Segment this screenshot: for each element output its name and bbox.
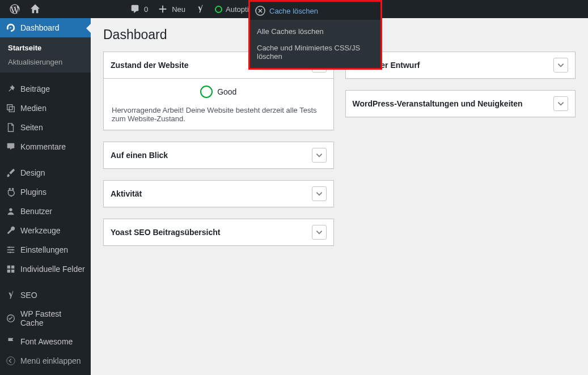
health-description: Hervorragende Arbeit! Deine Website best… — [112, 106, 325, 123]
sidebar-item-custom-fields[interactable]: Individuelle Felder — [0, 259, 91, 279]
svg-rect-7 — [7, 270, 10, 272]
widget-toggle[interactable] — [312, 225, 327, 240]
svg-point-2 — [9, 246, 10, 248]
sidebar-item-posts[interactable]: Beiträge — [0, 79, 91, 99]
wrench-icon — [6, 225, 16, 236]
sidebar-item-fontawesome[interactable]: Font Awesome — [0, 332, 91, 351]
site-home-link[interactable] — [25, 0, 45, 18]
svg-point-4 — [10, 252, 11, 253]
new-label: Neu — [172, 5, 185, 14]
comments-count: 0 — [144, 5, 148, 14]
svg-point-1 — [9, 208, 12, 211]
widget-header[interactable]: Auf einen Blick — [104, 142, 333, 168]
cache-item-all[interactable]: Alle Caches löschen — [250, 23, 380, 40]
sidebar-item-seo[interactable]: SEO — [0, 285, 91, 305]
wp-logo-menu[interactable] — [5, 0, 25, 18]
sidebar-item-wpfc[interactable]: WP Fastest Cache — [0, 305, 91, 332]
sidebar-item-dashboard[interactable]: Dashboard — [0, 18, 91, 37]
home-icon — [29, 3, 41, 15]
wordpress-icon — [9, 3, 20, 15]
widget-title: Zustand der Website — [111, 61, 188, 70]
sidebar-label: Menü einklappen — [20, 356, 81, 365]
sidebar-item-comments[interactable]: Kommentare — [0, 137, 91, 156]
pin-icon — [6, 84, 16, 94]
chevron-down-icon — [315, 228, 323, 236]
widget-toggle[interactable] — [312, 148, 327, 163]
grid-icon — [6, 264, 16, 274]
comments-link[interactable]: 0 — [125, 0, 153, 18]
sidebar-label: Benutzer — [20, 207, 52, 216]
sidebar-collapse-toggle[interactable]: Menü einklappen — [0, 351, 91, 370]
widget-toggle[interactable] — [553, 96, 568, 111]
yoast-icon — [194, 3, 206, 15]
svg-rect-6 — [11, 266, 14, 269]
submenu-item-updates[interactable]: Aktualisierungen — [0, 55, 91, 69]
sidebar-label: Beiträge — [20, 84, 50, 93]
svg-point-3 — [11, 249, 13, 251]
sidebar-item-tools[interactable]: Werkzeuge — [0, 221, 91, 240]
widget-title: Yoast SEO Beitragsübersicht — [111, 228, 220, 237]
sidebar-label: Einstellungen — [20, 245, 68, 254]
sidebar-item-plugins[interactable]: Plugins — [0, 182, 91, 202]
widget-header[interactable]: WordPress-Veranstaltungen und Neuigkeite… — [346, 91, 576, 117]
sidebar-item-pages[interactable]: Seiten — [0, 118, 91, 137]
chevron-down-icon — [315, 151, 323, 159]
sidebar-label: Dashboard — [20, 23, 60, 32]
main-content: Dashboard Zustand der Website Good Hervo… — [91, 18, 588, 375]
flag-icon — [6, 336, 16, 347]
widget-at-a-glance: Auf einen Blick — [103, 142, 334, 169]
svg-rect-8 — [11, 270, 14, 272]
svg-rect-5 — [7, 266, 10, 269]
widget-yoast: Yoast SEO Beitragsübersicht — [103, 219, 334, 246]
sidebar-item-users[interactable]: Benutzer — [0, 202, 91, 221]
cache-label: Cache löschen — [269, 7, 318, 15]
user-icon — [6, 206, 16, 216]
page-icon — [6, 122, 16, 133]
media-icon — [6, 103, 16, 113]
sidebar-item-settings[interactable]: Einstellungen — [0, 240, 91, 259]
sidebar-label: Seiten — [20, 123, 43, 132]
chevron-down-icon — [315, 190, 323, 198]
sidebar-label: Medien — [20, 104, 46, 113]
submenu-item-home[interactable]: Startseite — [0, 41, 91, 55]
dashboard-icon — [6, 23, 16, 33]
cache-item-cssjs[interactable]: Cache und Minimiertes CSS/JS löschen — [250, 40, 380, 65]
plus-icon — [157, 3, 168, 15]
widget-events: WordPress-Veranstaltungen und Neuigkeite… — [345, 90, 576, 117]
widget-activity: Aktivität — [103, 180, 334, 207]
chevron-down-icon — [557, 61, 565, 69]
plug-icon — [6, 187, 16, 197]
collapse-icon — [6, 356, 16, 366]
cache-icon — [255, 5, 266, 16]
cache-icon — [6, 313, 16, 323]
comment-icon — [129, 3, 141, 15]
sidebar-label: Werkzeuge — [20, 226, 61, 235]
widget-header[interactable]: Yoast SEO Beitragsübersicht — [104, 219, 333, 245]
sidebar-submenu-dashboard: Startseite Aktualisierungen — [0, 37, 91, 73]
sidebar-label: WP Fastest Cache — [20, 309, 85, 327]
current-indicator-icon — [86, 24, 91, 33]
sidebar-item-appearance[interactable]: Design — [0, 163, 91, 182]
yoast-icon — [6, 290, 16, 300]
widget-title: Aktivität — [111, 189, 142, 198]
sidebar-item-media[interactable]: Medien — [0, 99, 91, 118]
cache-menu-toggle[interactable]: Cache löschen — [250, 2, 380, 20]
sidebar-label: Individuelle Felder — [20, 265, 85, 274]
health-ring-icon — [200, 86, 213, 98]
widget-body: Good Hervorragende Arbeit! Deine Website… — [104, 79, 333, 130]
widget-toggle[interactable] — [553, 58, 568, 73]
yoast-menu[interactable] — [190, 0, 210, 18]
new-content-menu[interactable]: Neu — [153, 0, 190, 18]
widget-toggle[interactable] — [312, 186, 327, 201]
sliders-icon — [6, 245, 16, 255]
widget-title: Auf einen Blick — [111, 151, 168, 160]
widget-header[interactable]: Aktivität — [104, 181, 333, 207]
sidebar-label: Plugins — [20, 188, 46, 197]
brush-icon — [6, 168, 16, 178]
sidebar-label: Kommentare — [20, 142, 66, 151]
chevron-down-icon — [557, 100, 565, 108]
sidebar-label: Design — [20, 168, 45, 177]
circle-icon — [215, 6, 222, 13]
widget-title: WordPress-Veranstaltungen und Neuigkeite… — [353, 99, 523, 108]
cache-dropdown: Alle Caches löschen Cache und Minimierte… — [250, 20, 380, 68]
